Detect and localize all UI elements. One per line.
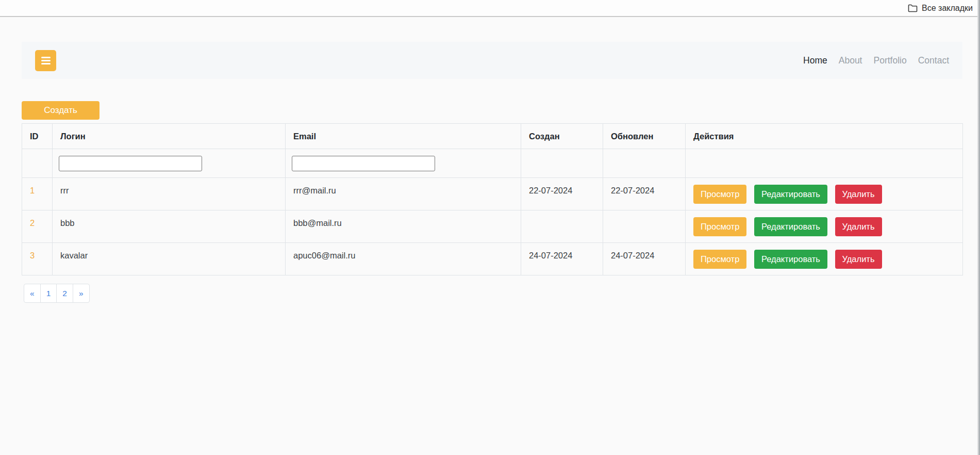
- users-table: ID Логин Email Создан Обновлен Действия …: [22, 123, 963, 275]
- hamburger-menu-button[interactable]: [35, 50, 56, 71]
- nav-link-portfolio[interactable]: Portfolio: [873, 55, 906, 66]
- header-created: Создан: [521, 124, 603, 149]
- row-created: 22-07-2024: [521, 178, 603, 210]
- nav-link-about[interactable]: About: [839, 55, 862, 66]
- row-actions: Просмотр Редактировать Удалить: [686, 210, 963, 243]
- pagination-next[interactable]: »: [73, 284, 90, 303]
- hamburger-icon: [41, 57, 51, 58]
- edit-button[interactable]: Редактировать: [754, 185, 827, 204]
- row-id-link[interactable]: 3: [30, 251, 35, 260]
- pagination-page-2[interactable]: 2: [56, 284, 73, 303]
- pagination-prev[interactable]: «: [24, 284, 41, 303]
- login-filter-input[interactable]: [59, 156, 202, 171]
- table-row: 2 bbb bbb@mail.ru Просмотр Редактировать…: [22, 210, 963, 243]
- row-login: rrr: [53, 178, 286, 210]
- nav-link-home[interactable]: Home: [803, 55, 827, 66]
- create-button[interactable]: Создать: [22, 101, 99, 120]
- row-email: rrr@mail.ru: [286, 178, 521, 210]
- delete-button[interactable]: Удалить: [835, 250, 882, 269]
- row-login: bbb: [53, 210, 286, 243]
- delete-button[interactable]: Удалить: [835, 185, 882, 204]
- header-email: Email: [286, 124, 521, 149]
- row-id-link[interactable]: 2: [30, 218, 35, 228]
- email-filter-input[interactable]: [292, 156, 435, 171]
- navbar: Home About Portfolio Contact: [22, 42, 962, 79]
- edit-button[interactable]: Редактировать: [754, 217, 827, 236]
- row-updated: 24-07-2024: [603, 243, 686, 275]
- table-row: 3 kavalar apuc06@mail.ru 24-07-2024 24-0…: [22, 243, 963, 275]
- view-button[interactable]: Просмотр: [693, 250, 746, 269]
- header-login: Логин: [53, 124, 286, 149]
- row-login: kavalar: [53, 243, 286, 275]
- filter-row: [22, 149, 963, 178]
- view-button[interactable]: Просмотр: [693, 185, 746, 204]
- row-actions: Просмотр Редактировать Удалить: [686, 243, 963, 275]
- row-updated: 22-07-2024: [603, 178, 686, 210]
- header-actions: Действия: [686, 124, 963, 149]
- delete-button[interactable]: Удалить: [835, 217, 882, 236]
- header-updated: Обновлен: [603, 124, 686, 149]
- pagination-page-1[interactable]: 1: [40, 284, 57, 303]
- row-updated: [603, 210, 686, 243]
- scrollbar[interactable]: [977, 0, 980, 455]
- bookmarks-bar: Все закладки: [0, 0, 980, 17]
- table-row: 1 rrr rrr@mail.ru 22-07-2024 22-07-2024 …: [22, 178, 963, 210]
- nav-link-contact[interactable]: Contact: [918, 55, 949, 66]
- nav-links: Home About Portfolio Contact: [803, 55, 949, 66]
- row-email: apuc06@mail.ru: [286, 243, 521, 275]
- header-id: ID: [22, 124, 53, 149]
- edit-button[interactable]: Редактировать: [754, 250, 827, 269]
- table-header-row: ID Логин Email Создан Обновлен Действия: [22, 124, 963, 149]
- row-actions: Просмотр Редактировать Удалить: [686, 178, 963, 210]
- bookmarks-label[interactable]: Все закладки: [922, 4, 973, 13]
- folder-icon: [908, 4, 918, 12]
- row-created: 24-07-2024: [521, 243, 603, 275]
- row-email: bbb@mail.ru: [286, 210, 521, 243]
- view-button[interactable]: Просмотр: [693, 217, 746, 236]
- row-id-link[interactable]: 1: [30, 186, 35, 195]
- row-created: [521, 210, 603, 243]
- pagination: « 1 2 »: [24, 284, 90, 303]
